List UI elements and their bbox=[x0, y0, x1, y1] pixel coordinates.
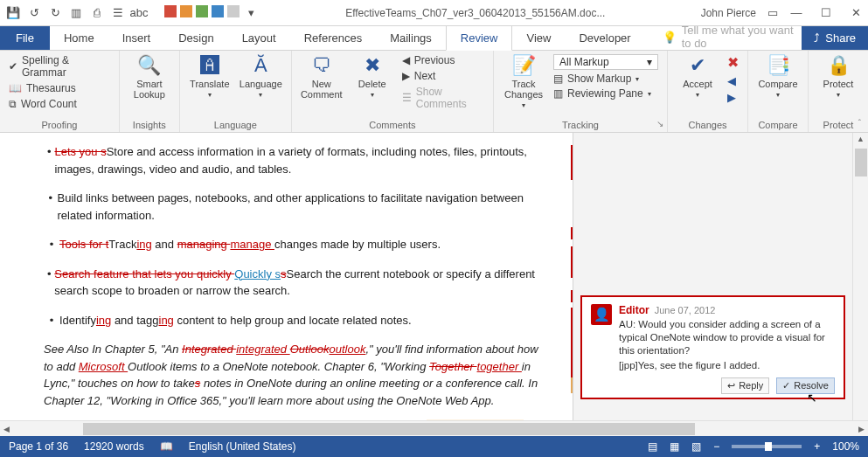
group-label: Compare bbox=[757, 118, 799, 130]
qa-button[interactable]: abc bbox=[131, 5, 147, 21]
qa-button[interactable]: ⎙ bbox=[89, 5, 105, 21]
save-icon[interactable]: 💾 bbox=[5, 5, 21, 21]
tab-design[interactable]: Design bbox=[164, 26, 227, 50]
web-layout-icon[interactable]: ▧ bbox=[691, 440, 701, 453]
word-count-button[interactable]: ⧉Word Count bbox=[9, 98, 110, 110]
swatch[interactable] bbox=[227, 5, 240, 17]
qa-button[interactable]: ▥ bbox=[68, 5, 84, 21]
comment-date: June 07, 2012 bbox=[655, 305, 716, 315]
share-button[interactable]: ⤴ Share bbox=[802, 26, 868, 50]
hscroll-thumb[interactable] bbox=[83, 423, 695, 435]
scroll-thumb[interactable] bbox=[855, 149, 867, 177]
group-label: Protect bbox=[817, 118, 859, 130]
window-controls: — ☐ ✕ bbox=[789, 6, 863, 19]
accept-button[interactable]: ✔Accept▾ bbox=[677, 54, 719, 99]
delete-comment-button[interactable]: ✖Delete▾ bbox=[351, 54, 393, 99]
spell-check-icon[interactable]: 📖 bbox=[160, 440, 173, 453]
smart-lookup-button[interactable]: 🔍 Smart Lookup bbox=[128, 54, 170, 100]
show-markup-dropdown[interactable]: ▤Show Markup ▾ bbox=[553, 73, 658, 85]
vertical-scrollbar[interactable]: ▲ ▼ bbox=[852, 133, 868, 436]
reviewing-pane-dropdown[interactable]: ▥Reviewing Pane ▾ bbox=[553, 87, 658, 100]
revision-mark bbox=[571, 290, 573, 302]
group-label: Tracking bbox=[503, 118, 658, 130]
next-change-icon[interactable]: ▶ bbox=[727, 91, 739, 104]
previous-comment-button[interactable]: ◀Previous bbox=[402, 54, 484, 66]
language-indicator[interactable]: English (United States) bbox=[189, 440, 296, 453]
reply-button[interactable]: ↩Reply bbox=[721, 377, 769, 394]
swatch[interactable] bbox=[212, 5, 224, 17]
comment-body: AU: Would you consider adding a screen o… bbox=[619, 318, 835, 357]
group-compare: 📑Compare▾ Compare bbox=[748, 51, 809, 132]
print-layout-icon[interactable]: ▦ bbox=[670, 440, 679, 453]
collapse-ribbon-icon[interactable]: ˆ bbox=[858, 119, 861, 128]
redo-icon[interactable]: ↻ bbox=[47, 5, 63, 21]
reject-icon[interactable]: ✖ bbox=[727, 54, 739, 71]
compare-icon: 📑 bbox=[767, 54, 790, 77]
compare-button[interactable]: 📑Compare▾ bbox=[757, 54, 799, 99]
tab-view[interactable]: View bbox=[512, 26, 565, 50]
next-icon: ▶ bbox=[402, 70, 410, 82]
minimize-button[interactable]: — bbox=[789, 6, 803, 19]
swatch[interactable] bbox=[180, 5, 192, 17]
tell-me-box[interactable]: 💡 Tell me what you want to do bbox=[645, 24, 802, 50]
tell-me-placeholder: Tell me what you want to do bbox=[682, 24, 802, 50]
tab-home[interactable]: Home bbox=[50, 26, 108, 50]
qa-button[interactable]: ☰ bbox=[110, 5, 126, 21]
ribbon-options-icon[interactable]: ▭ bbox=[765, 5, 781, 21]
revision-mark bbox=[571, 145, 573, 180]
maximize-button[interactable]: ☐ bbox=[819, 6, 833, 19]
group-label: Changes bbox=[677, 118, 739, 130]
swatch[interactable] bbox=[164, 5, 177, 17]
word-count[interactable]: 12920 words bbox=[84, 440, 144, 453]
horizontal-scrollbar[interactable]: ◀ ▶ bbox=[0, 420, 868, 436]
close-button[interactable]: ✕ bbox=[849, 6, 863, 19]
document-area: •Lets you sStore and access information … bbox=[0, 133, 868, 436]
tab-layout[interactable]: Layout bbox=[228, 26, 290, 50]
tab-insert[interactable]: Insert bbox=[108, 26, 165, 50]
thesaurus-button[interactable]: 📖Thesaurus bbox=[9, 82, 110, 94]
group-changes: ✔Accept▾ ✖ ◀ ▶ Changes bbox=[668, 51, 748, 132]
file-tab[interactable]: File bbox=[0, 26, 50, 50]
page-indicator[interactable]: Page 1 of 36 bbox=[9, 440, 68, 453]
zoom-in-icon[interactable]: + bbox=[814, 440, 820, 453]
chevron-down-icon: ▾ bbox=[647, 56, 652, 68]
zoom-out-icon[interactable]: − bbox=[713, 440, 719, 453]
protect-button[interactable]: 🔒Protect▾ bbox=[817, 54, 859, 99]
translate-button[interactable]: 🅰Translate▾ bbox=[189, 54, 231, 99]
document-content: •Lets you sStore and access information … bbox=[0, 133, 573, 436]
resolve-button[interactable]: ✓Resolve bbox=[776, 377, 835, 394]
tab-mailings[interactable]: Mailings bbox=[376, 26, 446, 50]
track-changes-button[interactable]: 📝Track Changes▾ bbox=[503, 54, 545, 109]
status-bar: Page 1 of 36 12920 words 📖 English (Unit… bbox=[0, 436, 868, 457]
prev-change-icon[interactable]: ◀ bbox=[727, 74, 739, 87]
new-comment-button[interactable]: 🗨New Comment bbox=[301, 54, 343, 100]
tab-references[interactable]: References bbox=[290, 26, 376, 50]
scroll-left-icon[interactable]: ◀ bbox=[0, 425, 13, 433]
scroll-right-icon[interactable]: ▶ bbox=[855, 425, 868, 433]
language-button[interactable]: ĂLanguage▾ bbox=[240, 54, 282, 99]
bulb-icon: 💡 bbox=[663, 31, 677, 44]
search-icon: 🔍 bbox=[137, 54, 161, 77]
share-icon: ⤴ bbox=[814, 31, 820, 45]
markup-mode-dropdown[interactable]: All Markup▾ bbox=[553, 54, 658, 70]
next-comment-button[interactable]: ▶Next bbox=[402, 70, 484, 82]
document-page[interactable]: •Lets you sStore and access information … bbox=[0, 133, 573, 436]
delete-icon: ✖ bbox=[365, 54, 380, 77]
pane-icon: ▥ bbox=[553, 87, 563, 100]
comment-card[interactable]: 👤 EditorJune 07, 2012 AU: Would you cons… bbox=[580, 295, 845, 399]
zoom-slider[interactable] bbox=[732, 445, 802, 448]
scroll-up-icon[interactable]: ▲ bbox=[855, 133, 866, 145]
reply-icon: ↩ bbox=[727, 380, 735, 391]
zoom-level[interactable]: 100% bbox=[832, 440, 859, 453]
tab-review[interactable]: Review bbox=[446, 25, 513, 51]
spelling-grammar-button[interactable]: ✔Spelling & Grammar bbox=[9, 54, 110, 79]
read-mode-icon[interactable]: ▤ bbox=[648, 440, 657, 453]
dialog-launcher-icon[interactable]: ↘ bbox=[656, 119, 663, 128]
chevron-down-icon[interactable]: ▾ bbox=[243, 5, 259, 21]
group-label: Insights bbox=[128, 118, 170, 130]
comment-author: Editor bbox=[619, 304, 649, 316]
undo-icon[interactable]: ↺ bbox=[26, 5, 42, 21]
swatch[interactable] bbox=[196, 5, 208, 17]
tab-developer[interactable]: Developer bbox=[565, 26, 644, 50]
ribbon: ✔Spelling & Grammar 📖Thesaurus ⧉Word Cou… bbox=[0, 51, 868, 133]
